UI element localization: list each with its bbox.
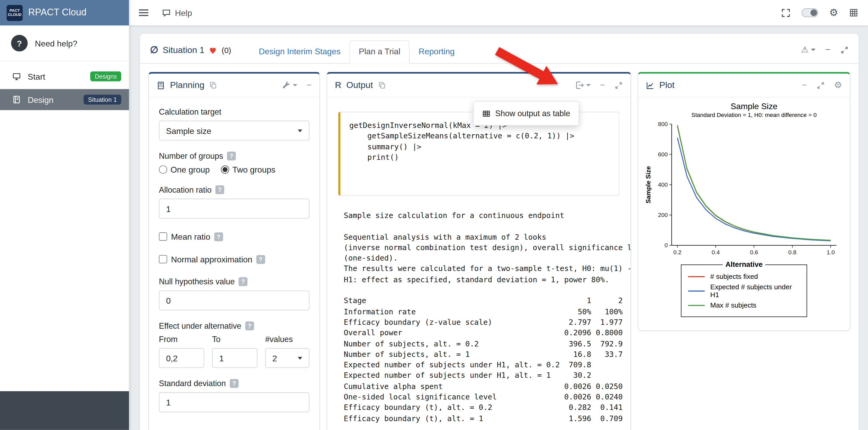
logo-line2: CLOUD (8, 13, 22, 17)
minimize-panel-icon[interactable]: − (802, 81, 807, 90)
svg-text:1.0: 1.0 (827, 249, 835, 256)
planning-title: Planning (170, 80, 205, 90)
fullscreen-icon[interactable] (781, 8, 790, 18)
sidebar-nav: Start Designs Design Situation 1 (0, 66, 129, 110)
show-output-as-table-item[interactable]: Show output as table (473, 105, 578, 123)
favorites-count: (0) (222, 46, 231, 55)
copy-icon[interactable] (378, 81, 386, 89)
gear-icon[interactable]: ⚙ (829, 8, 838, 18)
help-icon[interactable]: ? (245, 321, 254, 330)
svg-text:0: 0 (664, 242, 668, 249)
minimize-panel-icon[interactable]: − (600, 81, 605, 90)
expand-panel-icon[interactable] (816, 81, 825, 89)
radio-one-group-input[interactable] (159, 166, 167, 174)
r-logo-icon: R (335, 80, 341, 90)
svg-text:Standard Deviation = 1, H0: me: Standard Deviation = 1, H0: mean differe… (691, 112, 816, 118)
mean-ratio-checkbox[interactable]: Mean ratio ? (159, 232, 309, 241)
grid-icon[interactable] (849, 8, 858, 17)
brand-name: RPACT Cloud (28, 7, 87, 18)
effect-values-select[interactable]: 2 (265, 348, 310, 368)
calculator-icon (157, 81, 165, 89)
copy-icon[interactable] (210, 81, 217, 89)
legend-swatch (688, 305, 705, 306)
svg-text:Sample Size: Sample Size (731, 102, 777, 111)
normal-approximation-input[interactable] (159, 255, 167, 263)
sidebar-item-design[interactable]: Design Situation 1 (0, 89, 129, 110)
tab-plan-a-trial[interactable]: Plan a Trial (349, 40, 410, 64)
tools-dropdown[interactable] (282, 81, 297, 89)
tab-bar: ∅ Situation 1 (0) Design Interim Stages … (140, 34, 859, 63)
help-icon[interactable]: ? (227, 152, 236, 161)
chevron-down-icon (298, 357, 302, 360)
mean-ratio-input[interactable] (159, 232, 167, 241)
export-dropdown[interactable] (575, 81, 590, 90)
r-code: getDesignInverseNormal(kMax = 2) |> getS… (349, 120, 610, 163)
label-text: Standard deviation (159, 379, 226, 388)
effect-from-input[interactable] (159, 348, 204, 368)
help-button[interactable]: Help (162, 8, 192, 18)
warning-icon: ⚠ (801, 45, 809, 55)
menu-icon[interactable] (139, 8, 148, 18)
help-icon[interactable]: ? (256, 255, 265, 264)
allocation-ratio-input[interactable] (159, 199, 309, 219)
tab-reporting[interactable]: Reporting (410, 41, 464, 63)
design-label: Design (28, 95, 54, 104)
sidebar-footer (0, 391, 129, 430)
null-hypothesis-input[interactable] (159, 291, 309, 310)
app-brand: PACT CLOUD RPACT Cloud (0, 0, 129, 25)
warnings-dropdown[interactable]: ⚠ (801, 45, 815, 55)
help-icon[interactable]: ? (214, 232, 223, 241)
svg-text:0.6: 0.6 (750, 249, 758, 256)
radio-one-group[interactable]: One group (159, 165, 210, 174)
app-root: Help ⚙ PACT CLOUD RPACT Cloud ? Need hel… (0, 0, 868, 430)
toggle-knob (810, 9, 817, 16)
legend-label: # subjects fixed (710, 272, 758, 280)
plot-panel: Plot − ⚙ Sample SizeStandard Deviation =… (638, 72, 850, 331)
radio-two-groups[interactable]: Two groups (221, 165, 275, 174)
expand-panel-icon[interactable] (614, 81, 623, 89)
effect-from-group: From (159, 335, 204, 368)
label-text: Effect under alternative (159, 321, 241, 330)
plot-body: Sample SizeStandard Deviation = 1, H0: m… (639, 97, 850, 330)
effect-to-input[interactable] (212, 348, 257, 368)
topbar: Help ⚙ (129, 0, 868, 25)
radio-label: Two groups (232, 165, 275, 174)
legend-label: Expected # subjects under H1 (710, 283, 800, 298)
label-text: Number of groups (159, 152, 223, 161)
radio-two-groups-input[interactable] (221, 166, 229, 174)
app-logo[interactable]: PACT CLOUD (6, 5, 23, 21)
plot-settings-icon[interactable]: ⚙ (834, 81, 842, 90)
tab-design-interim-stages[interactable]: Design Interim Stages (250, 41, 349, 63)
empty-set-icon: ∅ (150, 44, 158, 56)
svg-text:800: 800 (658, 121, 668, 127)
heart-icon[interactable] (209, 46, 217, 54)
main-area: ∅ Situation 1 (0) Design Interim Stages … (129, 25, 868, 430)
effect-values-group: #values 2 (265, 335, 310, 368)
label-text: Allocation ratio (159, 185, 212, 194)
effect-under-alternative-label: Effect under alternative ? (159, 321, 309, 330)
radio-label: One group (170, 165, 210, 174)
planning-form: Calculation target Sample size Number of… (149, 97, 319, 421)
help-icon[interactable]: ? (229, 379, 239, 388)
theme-toggle[interactable] (801, 8, 818, 17)
expand-card-icon[interactable] (840, 46, 849, 54)
minimize-panel-icon[interactable]: − (306, 81, 312, 90)
chevron-down-icon (292, 84, 297, 86)
need-help-link[interactable]: ? Need help? (0, 25, 129, 61)
help-icon[interactable]: ? (239, 277, 247, 286)
chat-icon (162, 8, 171, 18)
sidebar-item-start[interactable]: Start Designs (0, 66, 129, 87)
plot-actions: − ⚙ (802, 81, 842, 90)
output-header: R Output − (327, 74, 630, 97)
design-icon (12, 95, 21, 104)
svg-text:0.2: 0.2 (673, 249, 682, 256)
help-icon[interactable]: ? (216, 185, 224, 194)
standard-deviation-input[interactable] (159, 392, 309, 412)
panels-row: Planning − (140, 64, 859, 430)
calculation-target-select[interactable]: Sample size (159, 121, 309, 140)
minimize-card-icon[interactable]: − (825, 45, 830, 54)
legend-swatch (688, 276, 705, 277)
chevron-down-icon (811, 48, 815, 51)
normal-approximation-checkbox[interactable]: Normal approximation ? (159, 255, 309, 264)
situation-label: ∅ Situation 1 (0) (150, 44, 231, 63)
